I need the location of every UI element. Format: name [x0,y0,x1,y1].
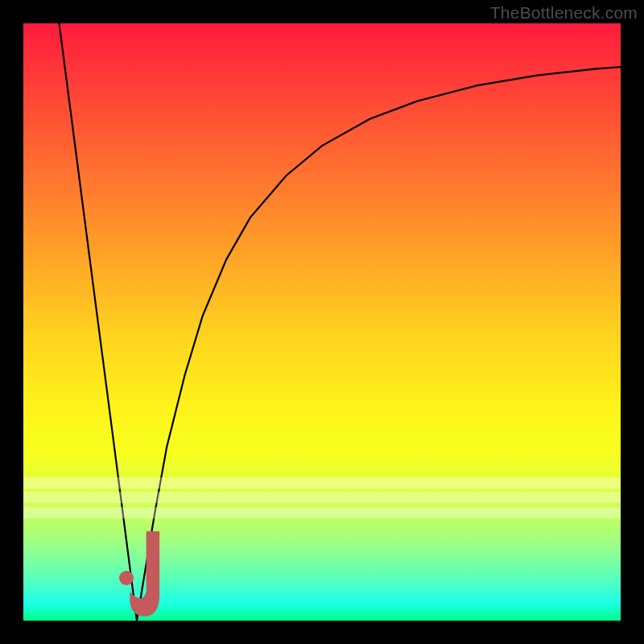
plot-area [23,23,621,621]
highlight-band [23,507,621,518]
bottleneck-curve [23,23,621,621]
current-point-marker [119,571,134,585]
watermark-text: TheBottleneck.com [490,3,638,23]
highlight-band [23,492,621,503]
chart-frame: TheBottleneck.com [0,0,644,644]
marker-tick-icon [125,531,188,621]
highlight-band [23,477,621,489]
